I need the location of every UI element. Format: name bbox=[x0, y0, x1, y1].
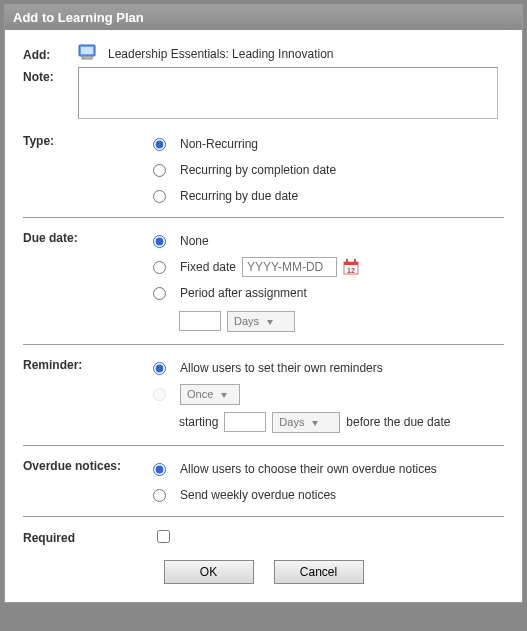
due-period-value[interactable] bbox=[179, 311, 221, 331]
overdue-user[interactable]: Allow users to choose their own overdue … bbox=[153, 456, 504, 482]
svg-text:12: 12 bbox=[347, 267, 355, 274]
type-by-due-label: Recurring by due date bbox=[180, 189, 298, 203]
divider bbox=[23, 344, 504, 345]
divider bbox=[23, 445, 504, 446]
overdue-weekly-label: Send weekly overdue notices bbox=[180, 488, 336, 502]
due-period-label: Period after assignment bbox=[180, 286, 307, 300]
type-by-completion-radio[interactable] bbox=[153, 164, 166, 177]
reminder-before-label: before the due date bbox=[346, 415, 450, 429]
required-label: Required bbox=[23, 528, 153, 545]
svg-rect-6 bbox=[354, 259, 356, 263]
due-fixed-label: Fixed date bbox=[180, 260, 236, 274]
chevron-down-icon bbox=[312, 416, 318, 428]
svg-rect-5 bbox=[346, 259, 348, 263]
divider bbox=[23, 516, 504, 517]
overdue-label: Overdue notices: bbox=[23, 456, 153, 473]
ok-button[interactable]: OK bbox=[164, 560, 254, 584]
reminder-start-value[interactable] bbox=[224, 412, 266, 432]
reminder-starting-label: starting bbox=[179, 415, 218, 429]
overdue-weekly-radio[interactable] bbox=[153, 489, 166, 502]
required-checkbox[interactable] bbox=[157, 530, 170, 543]
note-textarea[interactable] bbox=[78, 67, 498, 119]
add-to-learning-plan-dialog: Add to Learning Plan Add: Leadership Ess… bbox=[4, 4, 523, 603]
due-none-label: None bbox=[180, 234, 209, 248]
due-period-unit-text: Days bbox=[234, 315, 259, 327]
due-period[interactable]: Period after assignment bbox=[153, 280, 504, 306]
due-period-radio[interactable] bbox=[153, 287, 166, 300]
reminder-user-label: Allow users to set their own reminders bbox=[180, 361, 383, 375]
reminder-freq-text: Once bbox=[187, 388, 213, 400]
chevron-down-icon bbox=[221, 388, 227, 400]
svg-rect-2 bbox=[82, 56, 92, 59]
calendar-icon[interactable]: 12 bbox=[343, 259, 359, 275]
due-none[interactable]: None bbox=[153, 228, 504, 254]
type-non-recurring-label: Non-Recurring bbox=[180, 137, 258, 151]
computer-icon bbox=[78, 44, 96, 63]
overdue-user-label: Allow users to choose their own overdue … bbox=[180, 462, 437, 476]
overdue-weekly[interactable]: Send weekly overdue notices bbox=[153, 482, 504, 508]
due-date-label: Due date: bbox=[23, 228, 153, 245]
reminder-user-radio[interactable] bbox=[153, 362, 166, 375]
type-label: Type: bbox=[23, 131, 153, 148]
overdue-user-radio[interactable] bbox=[153, 463, 166, 476]
due-none-radio[interactable] bbox=[153, 235, 166, 248]
cancel-button[interactable]: Cancel bbox=[274, 560, 364, 584]
dialog-title: Add to Learning Plan bbox=[5, 5, 522, 30]
type-by-due-radio[interactable] bbox=[153, 190, 166, 203]
type-non-recurring-radio[interactable] bbox=[153, 138, 166, 151]
type-by-completion-label: Recurring by completion date bbox=[180, 163, 336, 177]
reminder-unit-text: Days bbox=[279, 416, 304, 428]
course-title: Leadership Essentials: Leading Innovatio… bbox=[108, 47, 334, 61]
divider bbox=[23, 217, 504, 218]
chevron-down-icon bbox=[267, 315, 273, 327]
due-fixed-input[interactable] bbox=[242, 257, 337, 277]
reminder-freq-select[interactable]: Once bbox=[180, 384, 240, 405]
reminder-user[interactable]: Allow users to set their own reminders bbox=[153, 355, 504, 381]
note-label: Note: bbox=[23, 67, 78, 84]
due-fixed-radio[interactable] bbox=[153, 261, 166, 274]
reminder-schedule-radio bbox=[153, 388, 166, 401]
due-period-unit-select[interactable]: Days bbox=[227, 311, 295, 332]
svg-rect-1 bbox=[81, 47, 93, 54]
type-by-due[interactable]: Recurring by due date bbox=[153, 183, 504, 209]
type-by-completion[interactable]: Recurring by completion date bbox=[153, 157, 504, 183]
reminder-label: Reminder: bbox=[23, 355, 153, 372]
dialog-content: Add: Leadership Essentials: Leading Inno… bbox=[5, 30, 522, 602]
reminder-unit-select[interactable]: Days bbox=[272, 412, 340, 433]
add-label: Add: bbox=[23, 45, 78, 62]
type-non-recurring[interactable]: Non-Recurring bbox=[153, 131, 504, 157]
